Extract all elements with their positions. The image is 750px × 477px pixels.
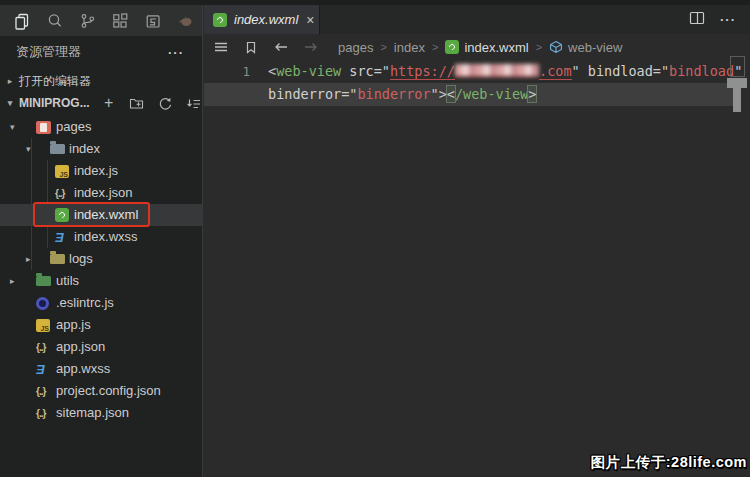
tree-item-app.json[interactable]: {..}app.json [0, 336, 202, 358]
tab-index-wxml[interactable]: index.wxml × [204, 5, 320, 34]
close-icon[interactable]: × [306, 13, 314, 27]
bookmark-icon[interactable] [238, 37, 264, 57]
tree-item-project.config.json[interactable]: {..}project.config.json [0, 380, 202, 402]
wxml-icon [445, 40, 459, 54]
tree-item-index.js[interactable]: JSindex.js [0, 160, 202, 182]
editor-scrollbar[interactable] [726, 52, 748, 132]
tree-item-label: sitemap.json [56, 402, 129, 424]
explorer-more-icon[interactable]: ··· [168, 45, 184, 60]
folder-icon [50, 144, 65, 154]
code-token: > [528, 86, 536, 102]
tree-item-label: utils [56, 270, 79, 292]
tree-item-sitemap.json[interactable]: {..}sitemap.json [0, 402, 202, 424]
teapot-icon[interactable] [169, 8, 202, 34]
tree-item-label: logs [69, 248, 93, 270]
tree-item-index.wxml[interactable]: index.wxml [0, 204, 202, 226]
search-icon[interactable] [39, 8, 72, 34]
js-icon: JS [55, 165, 69, 178]
watermark-text: 图片上传于:28life.com [591, 453, 747, 472]
wxss-icon: Ǝ [36, 362, 45, 377]
breadcrumb-separator: > [432, 41, 438, 53]
tree-item-app.wxss[interactable]: Ǝapp.wxss [0, 358, 202, 380]
tree-item-index.wxss[interactable]: Ǝindex.wxss [0, 226, 202, 248]
minimap-viewport [730, 56, 745, 77]
tree-item-label: index.wxss [74, 226, 138, 248]
scrollbar-thumb[interactable] [733, 86, 741, 112]
breadcrumb-item-web-view[interactable]: web-view [549, 40, 622, 55]
plugin-icon[interactable] [137, 8, 170, 34]
tree-item-pages[interactable]: ▾pages [0, 116, 202, 138]
extensions-icon[interactable] [104, 8, 137, 34]
code-token: bindload [669, 63, 734, 79]
tree-item-app.js[interactable]: JSapp.js [0, 314, 202, 336]
project-label: MINIPROG... [19, 96, 90, 110]
breadcrumb-item-pages[interactable]: pages [338, 40, 373, 55]
breadcrumb-label: web-view [568, 40, 622, 55]
line-number: 1 [204, 60, 250, 83]
new-folder-icon[interactable] [128, 94, 146, 112]
code-token: =" [374, 63, 390, 79]
code-token: < [447, 86, 455, 102]
breadcrumb-separator: > [536, 41, 542, 53]
tree-item-utils[interactable]: ▸utils [0, 270, 202, 292]
back-arrow-icon[interactable] [268, 37, 294, 57]
code-token: https:// [390, 63, 455, 80]
more-actions-icon[interactable]: ··· [720, 12, 736, 27]
chevron-right-icon: ▸ [5, 76, 15, 86]
editor-code-area[interactable]: 1<web-view src="https://.com" bindload="… [204, 60, 750, 477]
collapse-all-icon[interactable] [184, 94, 202, 112]
tree-item-label: index.json [74, 182, 133, 204]
explorer-files-icon[interactable] [6, 8, 39, 34]
tree-item-label: index.js [74, 160, 118, 182]
pages-folder-icon [36, 121, 51, 134]
tree-item-index.json[interactable]: {..}index.json [0, 182, 202, 204]
tree-item-.eslintrc.js[interactable]: .eslintrc.js [0, 292, 202, 314]
tree-item-label: .eslintrc.js [56, 292, 114, 314]
outline-menu-icon[interactable] [208, 37, 234, 57]
source-control-icon[interactable] [71, 8, 104, 34]
cube-symbol-icon [549, 40, 563, 54]
chevron-down-icon: ▾ [10, 116, 15, 138]
code-line[interactable]: 1<web-view src="https://.com" bindload="… [204, 60, 750, 83]
breadcrumb-item-index.wxml[interactable]: index.wxml [445, 40, 528, 55]
tree-item-index[interactable]: ▾index [0, 138, 202, 160]
code-token: binderror [268, 86, 341, 102]
code-line[interactable]: binderror="binderror"></web-view> [204, 83, 734, 106]
code-token: .com [539, 63, 572, 80]
tree-item-label: app.wxss [56, 358, 110, 380]
breadcrumb: pages>index>index.wxml>web-view [338, 40, 622, 55]
eslint-icon [36, 297, 49, 310]
tab-actions: ··· [688, 5, 750, 34]
wxml-file-icon [213, 13, 227, 27]
refresh-icon[interactable] [156, 94, 174, 112]
json-icon: {..} [55, 188, 64, 199]
app-window: 资源管理器 ··· ▸ 打开的编辑器 ▾ MINIPROG... + [0, 0, 750, 477]
json-icon: {..} [36, 408, 45, 419]
forward-arrow-icon[interactable] [298, 37, 324, 57]
breadcrumb-item-index[interactable]: index [394, 40, 425, 55]
split-editor-icon[interactable] [688, 9, 706, 31]
code-token: =" [653, 63, 669, 79]
tree-item-logs[interactable]: ▸logs [0, 248, 202, 270]
tree-item-label: index [69, 138, 100, 160]
editor-area: index.wxml × ··· [204, 0, 750, 477]
new-file-icon[interactable]: + [100, 94, 118, 112]
wxss-icon: Ǝ [55, 230, 64, 245]
breadcrumb-separator: > [380, 41, 386, 53]
breadcrumb-label: index [394, 40, 425, 55]
code-token: web-view [276, 63, 341, 79]
code-token: " [572, 63, 580, 79]
section-open-editors[interactable]: ▸ 打开的编辑器 [0, 70, 202, 92]
tab-bar: index.wxml × ··· [204, 5, 750, 34]
code-token: bindload [588, 63, 653, 79]
chevron-down-icon: ▾ [26, 138, 31, 160]
json-icon: {..} [36, 386, 45, 397]
code-token: /web-view [455, 86, 528, 102]
tree-item-label: app.js [56, 314, 91, 336]
censored-url-blur [455, 64, 539, 77]
section-project[interactable]: ▾ MINIPROG... + [0, 92, 202, 114]
chevron-right-icon: ▸ [26, 248, 31, 270]
folder-icon [36, 276, 51, 286]
code-token: src [349, 63, 373, 79]
tab-label: index.wxml [234, 12, 298, 27]
